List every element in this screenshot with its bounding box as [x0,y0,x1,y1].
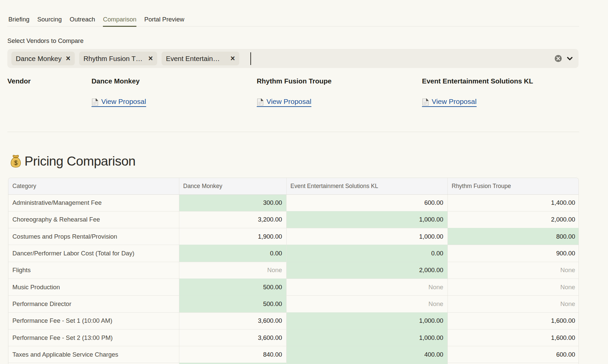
vendor-chip-label: Dance Monkey [16,55,62,63]
price-cell: 1,400.00 [447,194,579,211]
price-cell: None [447,296,579,312]
pricing-table-row: Performance Fee - Set 2 (13:00 PM)3,600.… [8,329,579,346]
pricing-table-row: Taxes and Applicable Service Charges840.… [8,346,579,363]
vendor-column-title: Vendor [7,77,86,85]
tab-portal-preview[interactable]: Portal Preview [144,16,184,26]
price-cell: 1,000.00 [286,312,447,329]
price-cell: 3,600.00 [179,312,286,329]
pricing-table-header-row: Category Dance Monkey Event Entertainmen… [8,178,579,194]
price-cell: 1,600.00 [447,329,579,346]
price-cell: 3,600.00 [179,329,286,346]
vendor-proposal-cell-empty [7,98,86,107]
pricing-table-row: Performance Fee - Set 1 (10:00 AM)3,600.… [8,312,579,329]
category-cell: Performance Fee - Set 1 (10:00 AM) [8,312,179,329]
price-cell: 1,600.00 [447,312,579,329]
price-cell: 300.00 [179,194,286,211]
category-cell: Choreography & Rehearsal Fee [8,211,179,228]
price-cell: 900.00 [447,245,579,262]
pricing-table-body: Administrative/Management Fee300.00600.0… [8,194,579,364]
column-header: Rhythm Fusion Troupe [447,178,579,194]
pricing-table-row: Music Production500.00NoneNone [8,279,579,295]
price-cell: 3,200.00 [179,211,286,228]
page-content: BriefingSourcingOutreachComparisonPortal… [7,0,579,364]
vendor-chip[interactable]: Dance Monkey× [11,52,75,65]
vendor-multiselect[interactable]: Dance Monkey×Rhythm Fusion T…×Event Ente… [7,49,579,68]
category-cell: Performance Fee - Set 2 (13:00 PM) [8,329,179,346]
pricing-table-row: Administrative/Management Fee300.00600.0… [8,194,579,211]
tab-briefing[interactable]: Briefing [8,16,29,26]
pricing-table-row: Choreography & Rehearsal Fee3,200.001,00… [8,211,579,228]
view-proposal-link[interactable]: View Proposal [257,98,311,107]
chip-remove-icon[interactable]: × [148,55,153,62]
price-cell: None [447,279,579,295]
category-cell: Administrative/Management Fee [8,194,179,211]
text-cursor [250,52,251,65]
vendor-name: Event Entertainment Solutions KL [422,77,582,85]
clear-all-icon[interactable] [555,55,562,62]
document-icon [257,98,264,106]
price-cell: 840.00 [179,346,286,363]
pricing-table-row: Costumes and Props Rental/Provision1,900… [8,228,579,245]
price-cell: None [286,296,447,312]
vendor-chip[interactable]: Rhythm Fusion T…× [79,52,157,65]
pricing-table-row: FlightsNone2,000.00None [8,262,579,279]
section-divider [7,132,579,132]
pricing-heading-text: Pricing Comparison [24,153,135,170]
category-cell: Taxes and Applicable Service Charges [8,346,179,363]
tab-outreach[interactable]: Outreach [70,16,95,26]
category-cell: Dancer/Performer Labor Cost (Total for D… [8,245,179,262]
price-cell: None [447,262,579,279]
price-cell: 2,000.00 [447,211,579,228]
vendor-name: Dance Monkey [92,77,251,85]
price-cell: None [286,279,447,295]
tab-sourcing[interactable]: Sourcing [37,16,62,26]
category-cell: Costumes and Props Rental/Provision [8,228,179,245]
price-cell: 400.00 [286,346,447,363]
price-cell: 0.00 [179,245,286,262]
price-cell: 500.00 [179,279,286,295]
document-icon [422,98,429,106]
price-cell: 1,000.00 [286,329,447,346]
price-cell: 2,000.00 [286,262,447,279]
price-cell: 600.00 [447,346,579,363]
vendor-chip-label: Rhythm Fusion T… [83,55,142,63]
view-proposal-link[interactable]: View Proposal [92,98,146,107]
category-cell: Flights [8,262,179,279]
chip-remove-icon[interactable]: × [231,55,235,62]
pricing-heading: $ Pricing Comparison [7,153,579,170]
column-header: Event Entertainment Solutions KL [286,178,447,194]
tab-bar: BriefingSourcingOutreachComparisonPortal… [7,0,579,26]
vendor-header-row: Vendor Dance Monkey Rhythm Fusion Troupe… [7,77,579,107]
multiselect-controls [555,55,573,62]
price-cell: 1,000.00 [286,211,447,228]
pricing-table: Category Dance Monkey Event Entertainmen… [8,178,579,364]
selected-vendor-chips: Dance Monkey×Rhythm Fusion T…×Event Ente… [11,52,239,65]
price-cell: 1,900.00 [179,228,286,245]
svg-text:$: $ [14,160,17,166]
vendor-chip-label: Event Entertain… [166,55,220,63]
chevron-down-icon[interactable] [566,55,573,62]
vendor-chip[interactable]: Event Entertain…× [162,52,239,65]
column-header: Category [8,178,179,194]
pricing-table-row: Dancer/Performer Labor Cost (Total for D… [8,245,579,262]
price-cell: 1,000.00 [286,228,447,245]
price-cell: None [179,262,286,279]
chip-remove-icon[interactable]: × [66,55,70,62]
price-cell: 0.00 [286,245,447,262]
vendor-select-label: Select Vendors to Compare [7,38,579,44]
vendor-name: Rhythm Fusion Troupe [257,77,417,85]
money-bag-icon: $ [10,155,21,168]
column-header: Dance Monkey [179,178,286,194]
price-cell: 500.00 [179,296,286,312]
pricing-table-row: Performance Director500.00NoneNone [8,296,579,312]
tab-comparison[interactable]: Comparison [103,16,136,26]
price-cell: 600.00 [286,194,447,211]
category-cell: Performance Director [8,296,179,312]
price-cell: 800.00 [447,228,579,245]
document-icon [92,98,99,106]
category-cell: Music Production [8,279,179,295]
view-proposal-link[interactable]: View Proposal [422,98,477,107]
